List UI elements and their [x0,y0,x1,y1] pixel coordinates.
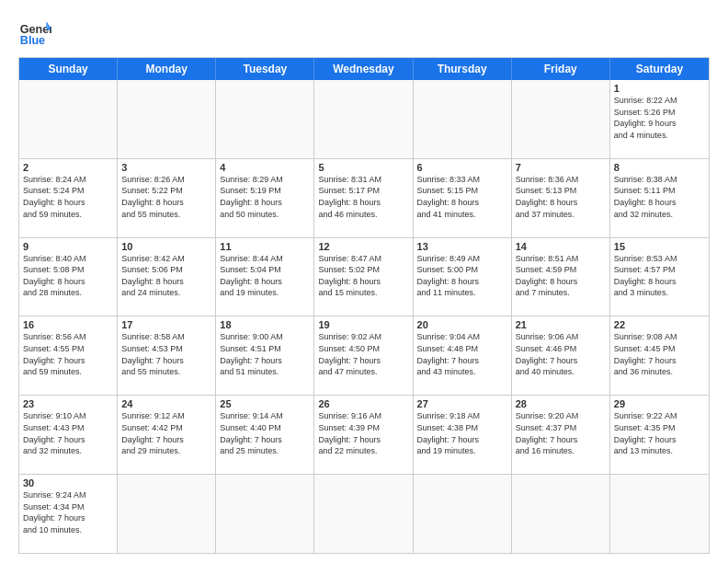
calendar-cell: 8Sunrise: 8:38 AM Sunset: 5:11 PM Daylig… [610,159,709,237]
calendar-cell: 7Sunrise: 8:36 AM Sunset: 5:13 PM Daylig… [512,159,610,237]
sun-info: Sunrise: 8:47 AM Sunset: 5:02 PM Dayligh… [318,253,408,299]
day-number: 14 [516,241,606,252]
calendar-cell: 13Sunrise: 8:49 AM Sunset: 5:00 PM Dayli… [414,238,512,316]
day-number: 6 [417,162,507,173]
weekday-header-friday: Friday [512,58,610,80]
day-number: 25 [220,398,310,409]
sun-info: Sunrise: 9:00 AM Sunset: 4:51 PM Dayligh… [220,331,310,377]
calendar-cell: 12Sunrise: 8:47 AM Sunset: 5:02 PM Dayli… [314,238,413,316]
sun-info: Sunrise: 9:22 AM Sunset: 4:35 PM Dayligh… [614,410,705,456]
calendar-cell [216,80,314,158]
day-number: 3 [121,162,211,173]
calendar-cell: 20Sunrise: 9:04 AM Sunset: 4:48 PM Dayli… [414,316,512,395]
day-number: 24 [121,398,211,409]
calendar-cell: 19Sunrise: 9:02 AM Sunset: 4:50 PM Dayli… [314,316,413,395]
calendar-cell: 3Sunrise: 8:26 AM Sunset: 5:22 PM Daylig… [118,159,216,237]
day-number: 26 [318,398,408,409]
weekday-header-thursday: Thursday [414,58,512,80]
calendar-cell [512,475,610,553]
calendar-cell: 30Sunrise: 9:24 AM Sunset: 4:34 PM Dayli… [19,475,118,553]
calendar-row-4: 23Sunrise: 9:10 AM Sunset: 4:43 PM Dayli… [19,396,709,475]
calendar-row-0: 1Sunrise: 8:22 AM Sunset: 5:26 PM Daylig… [19,80,709,159]
calendar-cell: 6Sunrise: 8:33 AM Sunset: 5:15 PM Daylig… [414,159,512,237]
day-number: 20 [417,319,507,330]
day-number: 30 [23,477,113,488]
calendar: SundayMondayTuesdayWednesdayThursdayFrid… [18,57,710,554]
calendar-cell: 29Sunrise: 9:22 AM Sunset: 4:35 PM Dayli… [610,396,709,474]
calendar-cell: 5Sunrise: 8:31 AM Sunset: 5:17 PM Daylig… [314,159,413,237]
calendar-cell [512,80,610,158]
day-number: 1 [614,83,705,94]
calendar-cell: 10Sunrise: 8:42 AM Sunset: 5:06 PM Dayli… [118,238,216,316]
day-number: 29 [614,398,705,409]
day-number: 21 [516,319,606,330]
calendar-cell [414,80,512,158]
calendar-cell: 18Sunrise: 9:00 AM Sunset: 4:51 PM Dayli… [216,316,314,395]
sun-info: Sunrise: 9:18 AM Sunset: 4:38 PM Dayligh… [417,410,507,456]
sun-info: Sunrise: 9:16 AM Sunset: 4:39 PM Dayligh… [318,410,408,456]
calendar-cell [19,80,118,158]
calendar-cell [216,475,314,553]
day-number: 23 [23,398,113,409]
day-number: 19 [318,319,408,330]
weekday-header-monday: Monday [118,58,216,80]
day-number: 10 [121,241,211,252]
calendar-cell: 1Sunrise: 8:22 AM Sunset: 5:26 PM Daylig… [610,80,709,158]
calendar-cell: 24Sunrise: 9:12 AM Sunset: 4:42 PM Dayli… [118,396,216,474]
calendar-cell: 23Sunrise: 9:10 AM Sunset: 4:43 PM Dayli… [19,396,118,474]
calendar-row-2: 9Sunrise: 8:40 AM Sunset: 5:08 PM Daylig… [19,238,709,317]
sun-info: Sunrise: 8:33 AM Sunset: 5:15 PM Dayligh… [417,174,507,220]
calendar-cell: 27Sunrise: 9:18 AM Sunset: 4:38 PM Dayli… [414,396,512,474]
weekday-header-tuesday: Tuesday [216,58,314,80]
calendar-cell: 4Sunrise: 8:29 AM Sunset: 5:19 PM Daylig… [216,159,314,237]
sun-info: Sunrise: 8:49 AM Sunset: 5:00 PM Dayligh… [417,253,507,299]
calendar-body: 1Sunrise: 8:22 AM Sunset: 5:26 PM Daylig… [19,80,709,553]
sun-info: Sunrise: 9:20 AM Sunset: 4:37 PM Dayligh… [516,410,606,456]
sun-info: Sunrise: 8:38 AM Sunset: 5:11 PM Dayligh… [614,174,705,220]
calendar-cell: 26Sunrise: 9:16 AM Sunset: 4:39 PM Dayli… [314,396,413,474]
sun-info: Sunrise: 8:40 AM Sunset: 5:08 PM Dayligh… [23,253,113,299]
day-number: 27 [417,398,507,409]
day-number: 12 [318,241,408,252]
weekday-header-sunday: Sunday [19,58,118,80]
calendar-cell: 28Sunrise: 9:20 AM Sunset: 4:37 PM Dayli… [512,396,610,474]
calendar-row-3: 16Sunrise: 8:56 AM Sunset: 4:55 PM Dayli… [19,316,709,396]
day-number: 2 [23,162,113,173]
weekday-header-saturday: Saturday [610,58,709,80]
svg-text:Blue: Blue [20,34,45,47]
calendar-cell [118,80,216,158]
calendar-row-5: 30Sunrise: 9:24 AM Sunset: 4:34 PM Dayli… [19,475,709,553]
calendar-cell [118,475,216,553]
calendar-cell: 25Sunrise: 9:14 AM Sunset: 4:40 PM Dayli… [216,396,314,474]
page-header: General Blue [18,15,710,48]
calendar-cell: 9Sunrise: 8:40 AM Sunset: 5:08 PM Daylig… [19,238,118,316]
calendar-cell [314,475,413,553]
day-number: 15 [614,241,705,252]
sun-info: Sunrise: 9:08 AM Sunset: 4:45 PM Dayligh… [614,331,705,377]
sun-info: Sunrise: 9:12 AM Sunset: 4:42 PM Dayligh… [121,410,211,456]
calendar-row-1: 2Sunrise: 8:24 AM Sunset: 5:24 PM Daylig… [19,159,709,238]
sun-info: Sunrise: 9:04 AM Sunset: 4:48 PM Dayligh… [417,331,507,377]
sun-info: Sunrise: 9:10 AM Sunset: 4:43 PM Dayligh… [23,410,113,456]
day-number: 17 [121,319,211,330]
day-number: 8 [614,162,705,173]
sun-info: Sunrise: 8:26 AM Sunset: 5:22 PM Dayligh… [121,174,211,220]
day-number: 28 [516,398,606,409]
sun-info: Sunrise: 9:06 AM Sunset: 4:46 PM Dayligh… [516,331,606,377]
calendar-cell [610,475,709,553]
sun-info: Sunrise: 8:24 AM Sunset: 5:24 PM Dayligh… [23,174,113,220]
calendar-cell: 21Sunrise: 9:06 AM Sunset: 4:46 PM Dayli… [512,316,610,395]
calendar-cell: 11Sunrise: 8:44 AM Sunset: 5:04 PM Dayli… [216,238,314,316]
day-number: 4 [220,162,310,173]
day-number: 22 [614,319,705,330]
calendar-cell [414,475,512,553]
sun-info: Sunrise: 9:02 AM Sunset: 4:50 PM Dayligh… [318,331,408,377]
logo: General Blue [18,15,51,48]
calendar-cell: 22Sunrise: 9:08 AM Sunset: 4:45 PM Dayli… [610,316,709,395]
calendar-cell: 16Sunrise: 8:56 AM Sunset: 4:55 PM Dayli… [19,316,118,395]
weekday-header-wednesday: Wednesday [314,58,413,80]
sun-info: Sunrise: 9:14 AM Sunset: 4:40 PM Dayligh… [220,410,310,456]
day-number: 13 [417,241,507,252]
calendar-cell [314,80,413,158]
day-number: 5 [318,162,408,173]
